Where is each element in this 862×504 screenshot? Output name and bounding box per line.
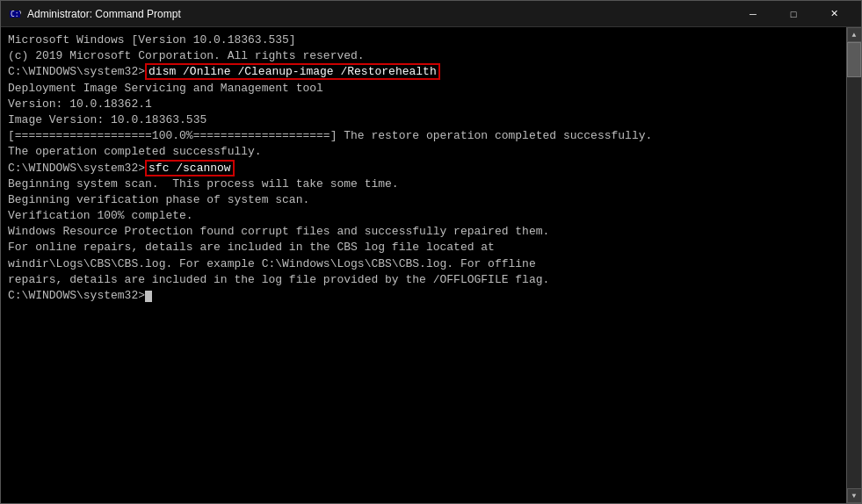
scroll-thumb[interactable]: [847, 42, 861, 77]
prompt-text: C:\WINDOWS\system32>: [8, 65, 145, 78]
maximize-button[interactable]: □: [773, 1, 814, 27]
command-highlight: dism /Online /Cleanup-image /Restoreheal…: [145, 63, 440, 80]
terminal-line: C:\WINDOWS\system32>dism /Online /Cleanu…: [8, 64, 839, 80]
terminal-line: Deployment Image Servicing and Managemen…: [8, 81, 839, 97]
command-highlight: sfc /scannow: [145, 160, 235, 176]
window: C:\ Administrator: Command Prompt ─ □ ✕ …: [0, 0, 862, 504]
scroll-up-arrow[interactable]: ▲: [847, 27, 862, 42]
terminal-line: Microsoft Windows [Version 10.0.18363.53…: [8, 32, 839, 48]
window-title: Administrator: Command Prompt: [27, 8, 733, 20]
terminal-line: repairs, details are included in the log…: [8, 272, 839, 288]
terminal-line: For online repairs, details are included…: [8, 240, 839, 256]
terminal-line: Image Version: 10.0.18363.535: [8, 112, 839, 128]
scroll-down-arrow[interactable]: ▼: [847, 488, 862, 503]
svg-text:C:\: C:\: [11, 11, 21, 18]
terminal-line: Windows Resource Protection found corrup…: [8, 224, 839, 240]
prompt-text: C:\WINDOWS\system32>: [8, 162, 145, 175]
terminal-line: C:\WINDOWS\system32>: [8, 288, 839, 304]
minimize-button[interactable]: ─: [733, 1, 773, 27]
scroll-track[interactable]: [847, 42, 861, 488]
terminal[interactable]: Microsoft Windows [Version 10.0.18363.53…: [1, 27, 846, 503]
terminal-line: Version: 10.0.18362.1: [8, 97, 839, 112]
scrollbar[interactable]: ▲ ▼: [846, 27, 861, 503]
terminal-line: Verification 100% complete.: [8, 208, 839, 224]
content-area: Microsoft Windows [Version 10.0.18363.53…: [1, 27, 861, 503]
titlebar: C:\ Administrator: Command Prompt ─ □ ✕: [1, 1, 861, 27]
terminal-line: [====================100.0%=============…: [8, 128, 839, 144]
terminal-line: The operation completed successfully.: [8, 144, 839, 160]
terminal-line: (c) 2019 Microsoft Corporation. All righ…: [8, 48, 839, 64]
terminal-line: windir\Logs\CBS\CBS.log. For example C:\…: [8, 256, 839, 272]
close-button[interactable]: ✕: [814, 1, 854, 27]
cmd-icon: C:\: [8, 7, 22, 21]
terminal-line: Beginning system scan. This process will…: [8, 176, 839, 192]
terminal-line: Beginning verification phase of system s…: [8, 192, 839, 208]
terminal-line: C:\WINDOWS\system32>sfc /scannow: [8, 161, 839, 176]
window-controls: ─ □ ✕: [733, 1, 854, 27]
prompt-text: C:\WINDOWS\system32>: [8, 289, 145, 302]
cursor: [145, 291, 152, 302]
